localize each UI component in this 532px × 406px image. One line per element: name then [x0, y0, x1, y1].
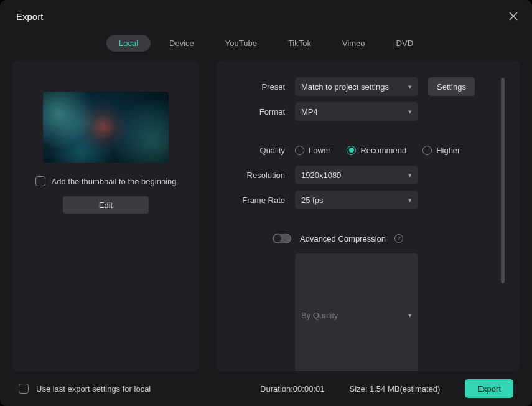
size-text: Size: 1.54 MB(estimated) [349, 384, 440, 394]
adv-compression-toggle[interactable] [273, 234, 291, 243]
duration-text: Duration:00:00:01 [260, 384, 324, 394]
preset-label: Preset [225, 82, 285, 92]
edit-button-label: Edit [99, 201, 113, 210]
modal-header: Export [0, 0, 532, 29]
chevron-down-icon: ▾ [408, 196, 412, 204]
resolution-select[interactable]: 1920x1080 ▾ [295, 166, 418, 184]
framerate-value: 25 fps [301, 196, 323, 205]
settings-column: Preset Match to project settings ▾ Setti… [225, 74, 496, 365]
quality-radio-group: Lower Recommend Higher [295, 146, 460, 155]
quality-recommend[interactable]: Recommend [347, 146, 406, 155]
settings-button[interactable]: Settings [428, 77, 475, 96]
export-tabs: Local Device YouTube TikTok Vimeo DVD [0, 29, 532, 60]
resolution-value: 1920x1080 [301, 171, 341, 180]
quality-lower-label: Lower [309, 146, 330, 155]
preset-value: Match to project settings [301, 82, 389, 92]
close-button[interactable] [507, 10, 520, 22]
resolution-row: Resolution 1920x1080 ▾ [225, 163, 496, 187]
modal-body: Add the thumbnail to the beginning Edit … [0, 60, 532, 371]
radio-icon [295, 146, 304, 155]
close-icon [509, 12, 518, 21]
use-last-settings-label: Use last export settings for local [36, 384, 151, 394]
tab-tiktok[interactable]: TikTok [276, 35, 324, 52]
edit-thumbnail-button[interactable]: Edit [63, 196, 149, 214]
framerate-label: Frame Rate [225, 196, 285, 205]
quality-label: Quality [225, 146, 285, 155]
preset-select[interactable]: Match to project settings ▾ [295, 77, 418, 96]
adv-compression-mode-select[interactable]: By Quality ▾ [295, 253, 418, 371]
format-row: Format MP4 ▾ [225, 99, 496, 124]
quality-higher-label: Higher [436, 146, 460, 155]
tab-vimeo[interactable]: Vimeo [330, 35, 378, 52]
modal-footer: Use last export settings for local Durat… [0, 371, 532, 406]
chevron-down-icon: ▾ [408, 311, 412, 319]
tab-local[interactable]: Local [106, 35, 151, 52]
add-thumbnail-checkbox[interactable] [35, 176, 45, 186]
quality-lower[interactable]: Lower [295, 146, 330, 155]
thumbnail-panel: Add the thumbnail to the beginning Edit [12, 60, 199, 371]
format-select[interactable]: MP4 ▾ [295, 102, 418, 121]
quality-higher[interactable]: Higher [422, 146, 460, 155]
export-modal: Export Local Device YouTube TikTok Vimeo… [0, 0, 532, 406]
use-last-settings-row: Use last export settings for local [19, 384, 253, 394]
thumbnail-checkbox-row: Add the thumbnail to the beginning [35, 176, 177, 186]
adv-compression-row: Advanced Compression ? [225, 226, 496, 251]
tab-dvd[interactable]: DVD [384, 35, 426, 52]
tab-device[interactable]: Device [157, 35, 207, 52]
video-thumbnail [43, 92, 169, 163]
info-icon[interactable]: ? [394, 234, 403, 243]
chevron-down-icon: ▾ [408, 108, 412, 116]
radio-icon [347, 146, 356, 155]
export-button[interactable]: Export [465, 379, 513, 398]
settings-panel: Preset Match to project settings ▾ Setti… [217, 60, 520, 371]
preset-row: Preset Match to project settings ▾ Setti… [225, 74, 496, 99]
chevron-down-icon: ▾ [408, 83, 412, 91]
use-last-settings-checkbox[interactable] [19, 384, 29, 394]
quality-recommend-label: Recommend [360, 146, 406, 155]
radio-icon [422, 146, 432, 155]
export-button-label: Export [477, 384, 501, 394]
resolution-label: Resolution [225, 171, 285, 180]
tab-youtube[interactable]: YouTube [213, 35, 269, 52]
settings-scrollbar[interactable] [501, 78, 505, 283]
settings-button-label: Settings [437, 82, 466, 92]
modal-title: Export [16, 11, 43, 22]
quality-row: Quality Lower Recommend Higher [225, 138, 496, 163]
framerate-select[interactable]: 25 fps ▾ [295, 191, 418, 209]
chevron-down-icon: ▾ [408, 171, 412, 179]
format-value: MP4 [301, 107, 318, 116]
framerate-row: Frame Rate 25 fps ▾ [225, 187, 496, 212]
add-thumbnail-label: Add the thumbnail to the beginning [52, 177, 177, 186]
format-label: Format [225, 107, 285, 116]
adv-compression-label: Advanced Compression [300, 234, 386, 243]
adv-compression-mode-value: By Quality [301, 311, 338, 320]
